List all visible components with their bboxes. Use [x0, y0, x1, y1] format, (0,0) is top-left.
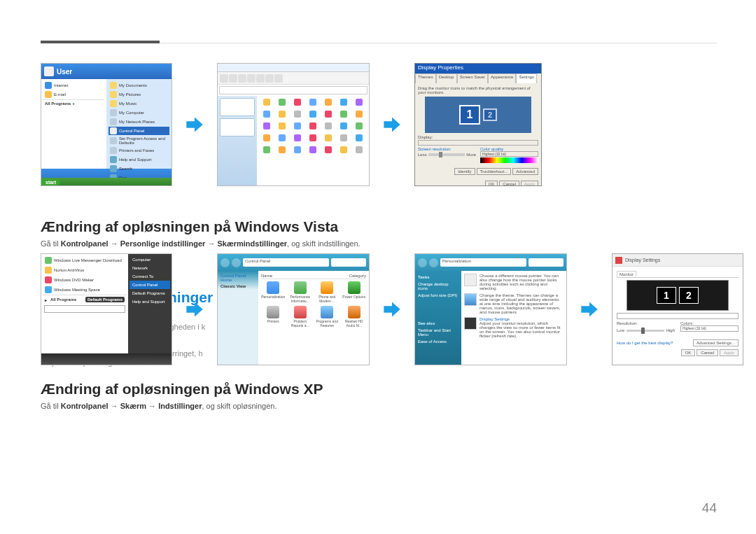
cancel-button: Cancel: [499, 181, 519, 186]
xp-right-item: My Documents: [119, 83, 147, 87]
cp-item: Printers: [267, 319, 279, 323]
col-name: Name: [261, 274, 349, 278]
apply-button: Apply: [720, 349, 738, 356]
cp-item: Realtek HD Audio M...: [342, 319, 367, 328]
breadcrumb: Control Panel: [243, 258, 329, 267]
tab: Desktop: [436, 73, 457, 83]
xp-user-label: User: [57, 68, 72, 76]
vista-right-item: Default Programs: [130, 289, 170, 297]
vista-left-item: Norton AntiVirus: [54, 268, 84, 272]
monitor-2-icon: 2: [679, 287, 699, 304]
xp-left-item: E-mail: [54, 92, 66, 97]
see-also-link: Taskbar and Start Menu: [418, 327, 458, 338]
screenshot-xp-start-menu: User Internet E-mail All Programs▸ My Do…: [41, 63, 172, 186]
cp-item: Programs and Features: [315, 319, 340, 328]
tab-monitor: Monitor: [617, 271, 636, 277]
resolution-label: Resolution:: [617, 321, 675, 325]
slider-less: Less: [418, 153, 427, 157]
ok-button: OK: [485, 181, 498, 186]
advanced-button: Advanced: [512, 168, 538, 175]
classic-view-link: Classic View: [220, 284, 255, 288]
color-dropdown: Highest (32 bit): [480, 151, 538, 157]
xp-screenshot-row: User Internet E-mail All Programs▸ My Do…: [41, 63, 542, 186]
xp-right-item: Help and Support: [119, 157, 152, 162]
vista-search-box: [44, 305, 125, 313]
xp-right-item: Printers and Faxes: [119, 148, 154, 153]
cp-item: Problem Reports a...: [288, 319, 313, 328]
vista-left-item: Windows DVD Maker: [54, 278, 94, 282]
ok-button: OK: [681, 349, 696, 356]
vista-left-item: Windows Meeting Space: [54, 288, 100, 292]
header-rule-dark: [41, 41, 160, 43]
slider-more: More: [466, 153, 476, 157]
troubleshoot-button: Troubleshoot...: [477, 168, 512, 175]
dialog-title: Display Settings: [625, 258, 660, 262]
see-also-header: See also: [418, 320, 458, 327]
monitor-2-icon: 2: [483, 108, 497, 121]
vista-instruction: Gå til Kontrolpanel → Personlige indstil…: [41, 238, 360, 250]
xp-start-button: start: [41, 179, 60, 185]
tab: Screen Saver: [457, 73, 488, 83]
cp-item: Personalization: [261, 295, 285, 299]
help-link: How do I get the best display?: [617, 341, 673, 345]
cp-item: Phone and Modem ...: [315, 295, 340, 303]
vista-right-item: Network: [130, 264, 170, 272]
task-link: Change desktop icons: [418, 281, 458, 292]
col-category: Category: [349, 274, 366, 278]
xp-right-item: My Music: [119, 101, 136, 106]
dialog-title: Display Properties: [415, 64, 541, 73]
mouse-pointer-text: Choose a different mouse pointer. You ca…: [479, 274, 564, 290]
cp-item: Performance Informatio...: [288, 295, 313, 303]
xp-instruction: Gå til Kontrolpanel → Skærm → Indstillin…: [41, 400, 276, 412]
arrow-icon: [580, 300, 599, 319]
vista-right-item: Connect To: [130, 272, 170, 281]
vista-all-programs: All Programs: [50, 297, 76, 302]
heading-vista: Ændring af opløsningen på Windows Vista: [41, 218, 338, 235]
screenshot-vista-control-panel: Control Panel Control Panel Home Classic…: [217, 253, 370, 365]
advanced-button: Advanced Settings...: [693, 339, 738, 346]
identify-button: Identify: [454, 168, 475, 175]
task-link: Adjust font size (DPI): [418, 292, 458, 299]
vista-right-item: Help and Support: [130, 297, 170, 306]
page-number: 44: [702, 500, 717, 516]
vista-right-item-selected: Control Panel: [130, 281, 170, 289]
tab-active: Settings: [516, 73, 537, 83]
screenshot-xp-control-panel: [217, 63, 370, 186]
xp-right-item: Set Program Access and Defaults: [119, 136, 168, 145]
xp-right-item: My Pictures: [119, 92, 141, 97]
tab: Appearance: [488, 73, 516, 83]
apply-button: Apply: [521, 181, 538, 186]
vista-left-item: Windows Live Messenger Download: [54, 258, 122, 262]
see-also-link: Ease of Access: [418, 338, 458, 345]
monitor-1-icon: 1: [657, 287, 676, 304]
hint-text: Drag the monitor icons to match the phys…: [418, 86, 538, 94]
color-dropdown: Highest (32 bit): [680, 325, 738, 332]
header-rule-light: [160, 43, 717, 43]
xp-right-item: My Network Places: [119, 120, 155, 124]
cp-item: Power Options: [342, 295, 365, 299]
theme-text: Change the theme. Themes can change a wi…: [479, 293, 564, 314]
breadcrumb: Personalization: [440, 258, 526, 267]
display-label: Display:: [418, 135, 538, 139]
arrow-icon: [382, 115, 402, 134]
tab: Themes: [415, 73, 436, 83]
xp-right-item: Search: [119, 167, 132, 171]
arrow-icon: [185, 300, 204, 319]
slider-high: High: [666, 328, 675, 332]
screenshot-vista-display-settings: Display Settings Monitor 1 2 Resolution:…: [612, 253, 743, 365]
vista-right-item: Computer: [130, 255, 170, 264]
xp-all-programs: All Programs: [45, 101, 71, 106]
vista-default-programs-flyout: Default Programs: [85, 297, 125, 302]
screenshot-vista-personalization: Personalization Tasks Change desktop ico…: [414, 253, 567, 365]
cancel-button: Cancel: [696, 349, 718, 356]
vista-screenshot-row: Windows Live Messenger Download Norton A…: [41, 253, 743, 365]
screenshot-xp-display-properties: Display Properties Themes Desktop Screen…: [414, 63, 542, 186]
tasks-header: Tasks: [418, 274, 458, 281]
xp-left-item: Internet: [54, 83, 68, 87]
xp-right-item-selected: Control Panel: [119, 129, 144, 133]
display-settings-text: Adjust your monitor resolution, which ch…: [479, 321, 564, 338]
heading-xp: Ændring af opløsningen på Windows XP: [41, 381, 323, 398]
screenshot-vista-start-menu: Windows Live Messenger Download Norton A…: [41, 253, 172, 365]
arrow-icon: [382, 300, 402, 319]
slider-low: Low: [617, 328, 624, 332]
